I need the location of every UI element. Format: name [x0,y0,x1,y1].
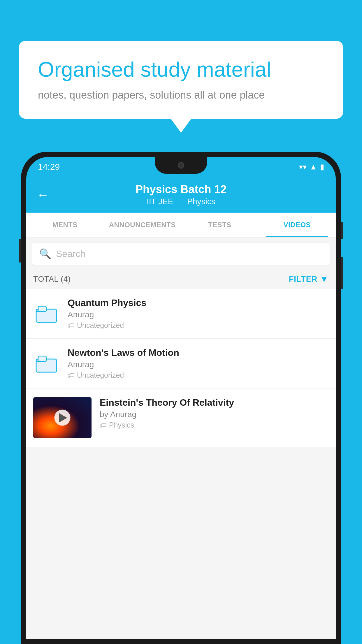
header-subtitle-part2: Physics [187,197,215,206]
status-bar: 14:29 ▾▾ ▲ ▮ [26,157,336,177]
tab-ments[interactable]: MENTS [26,213,104,237]
filter-bar: TOTAL (4) FILTER ▼ [26,270,336,288]
total-count: TOTAL (4) [33,275,71,284]
speech-bubble: Organised study material notes, question… [19,41,343,119]
wifi-icon: ▾▾ [299,162,307,172]
side-button-right-top [341,222,343,239]
header-title: Physics Batch 12 [136,183,227,196]
item-tag-label-3: Physics [109,421,134,429]
back-button[interactable]: ← [37,188,49,202]
phone-screen: 14:29 ▾▾ ▲ ▮ ← Physics Batch 12 IIT JEE … [26,157,336,639]
item-tag-1: 🏷 Uncategorized [68,321,329,330]
item-tag-label-2: Uncategorized [77,371,124,379]
item-tag-label-1: Uncategorized [77,321,124,330]
list-item[interactable]: Quantum Physics Anurag 🏷 Uncategorized [26,289,336,339]
item-info-3: Einstein's Theory Of Relativity by Anura… [100,397,329,429]
folder-icon-2 [33,350,59,377]
list-item[interactable]: Newton's Laws of Motion Anurag 🏷 Uncateg… [26,339,336,388]
bubble-subtitle: notes, question papers, solutions all at… [38,89,324,101]
notch [155,157,207,174]
svg-rect-1 [38,306,46,312]
speech-bubble-container: Organised study material notes, question… [19,41,343,119]
tab-tests[interactable]: TESTS [181,213,259,237]
item-tag-3: 🏷 Physics [100,421,329,429]
search-bar[interactable]: 🔍 Search [32,243,330,265]
phone-frame: 14:29 ▾▾ ▲ ▮ ← Physics Batch 12 IIT JEE … [21,152,341,644]
item-info-2: Newton's Laws of Motion Anurag 🏷 Uncateg… [68,347,329,379]
svg-rect-3 [38,356,46,361]
filter-funnel-icon: ▼ [320,274,329,284]
filter-button[interactable]: FILTER ▼ [289,274,329,284]
header-subtitle-part1: IIT JEE [147,197,173,206]
item-info-1: Quantum Physics Anurag 🏷 Uncategorized [68,298,329,330]
search-placeholder: Search [56,249,85,259]
search-icon: 🔍 [39,248,51,260]
play-button[interactable] [55,410,71,426]
video-thumbnail [33,397,92,438]
side-button-left [19,239,21,262]
list-item-thumb[interactable]: Einstein's Theory Of Relativity by Anura… [26,388,336,447]
status-time: 14:29 [38,162,60,172]
tag-icon-2: 🏷 [68,371,75,379]
item-author-2: Anurag [68,360,329,369]
bubble-title: Organised study material [38,57,324,82]
signal-icon: ▲ [310,162,317,172]
content-area: 🔍 Search TOTAL (4) FILTER ▼ [26,237,336,639]
folder-icon-1 [33,300,59,327]
battery-icon: ▮ [320,162,324,172]
tabs-bar: MENTS ANNOUNCEMENTS TESTS VIDEOS [26,213,336,237]
video-list: Quantum Physics Anurag 🏷 Uncategorized [26,289,336,447]
item-author-3: by Anurag [100,410,329,419]
item-author-1: Anurag [68,310,329,319]
side-button-right-bottom [341,257,343,289]
header-subtitle: IIT JEE Physics [144,197,218,206]
item-title-3: Einstein's Theory Of Relativity [100,397,329,408]
item-tag-2: 🏷 Uncategorized [68,371,329,379]
play-icon [59,413,67,422]
filter-label: FILTER [289,275,317,284]
item-title-2: Newton's Laws of Motion [68,347,329,358]
item-title-1: Quantum Physics [68,298,329,308]
tab-videos[interactable]: VIDEOS [259,213,336,237]
status-icons: ▾▾ ▲ ▮ [299,162,324,172]
app-header: ← Physics Batch 12 IIT JEE Physics [26,177,336,213]
tab-announcements[interactable]: ANNOUNCEMENTS [104,213,181,237]
tag-icon-1: 🏷 [68,321,75,330]
tag-icon-3: 🏷 [100,421,107,429]
camera [178,162,184,169]
